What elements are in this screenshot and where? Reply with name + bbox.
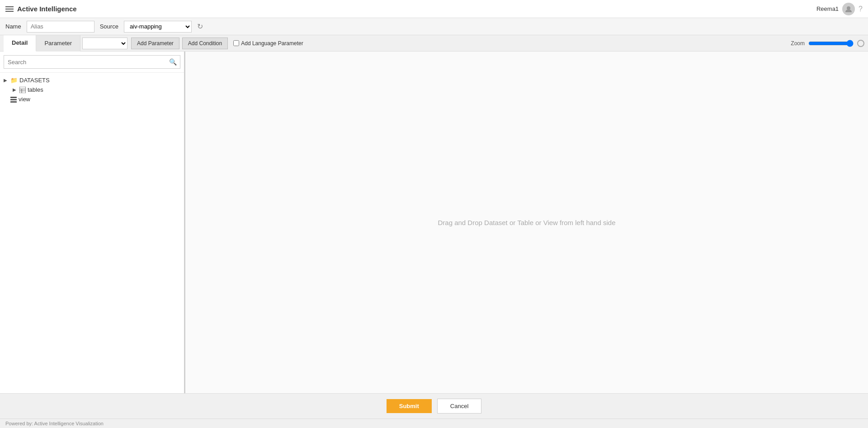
top-bar-right: Reema1 ?	[816, 3, 863, 15]
footer-text: Powered by: Active Intelligence Visualiz…	[5, 421, 104, 426]
tree-container: ▶ 📁 DATASETS ▶ tables	[0, 73, 184, 393]
tree-label-view: view	[19, 96, 30, 103]
search-box: 🔍	[0, 52, 184, 73]
submit-button[interactable]: Submit	[387, 399, 432, 413]
footer: Powered by: Active Intelligence Visualiz…	[0, 419, 868, 428]
lang-param-wrapper: Add Language Parameter	[233, 40, 303, 47]
tab-parameter[interactable]: Parameter	[36, 35, 80, 52]
tab-detail[interactable]: Detail	[4, 35, 36, 52]
table-icon-tables	[19, 86, 26, 93]
folder-icon-datasets: 📁	[10, 77, 18, 84]
top-bar-left: Active Intelligence	[5, 5, 77, 13]
source-select[interactable]: aiv-mapping default custom	[124, 21, 192, 33]
bottom-bar: Submit Cancel	[0, 393, 868, 419]
view-icon-view	[10, 96, 17, 103]
svg-rect-7	[10, 101, 17, 103]
search-input-wrapper: 🔍	[4, 55, 180, 69]
hamburger-icon[interactable]	[5, 6, 14, 12]
tree-label-datasets: DATASETS	[19, 77, 50, 84]
tree-item-datasets[interactable]: ▶ 📁 DATASETS	[4, 75, 180, 85]
tree-arrow-tables: ▶	[13, 87, 18, 92]
zoom-wrapper: Zoom	[791, 40, 864, 47]
refresh-icon[interactable]: ↻	[197, 22, 203, 31]
name-bar: Name Source aiv-mapping default custom ↻	[0, 18, 868, 35]
tree-item-view[interactable]: view	[4, 94, 180, 104]
tab-dropdown[interactable]	[82, 38, 127, 49]
search-input[interactable]	[4, 55, 180, 69]
help-icon[interactable]: ?	[859, 5, 863, 13]
tree-item-tables[interactable]: ▶ tables	[4, 85, 180, 94]
language-parameter-label: Add Language Parameter	[241, 40, 303, 47]
app-title: Active Intelligence	[17, 5, 77, 13]
svg-rect-1	[19, 87, 26, 93]
tab-bar: Detail Parameter Add Parameter Add Condi…	[0, 35, 868, 52]
language-parameter-checkbox[interactable]	[233, 40, 239, 46]
cancel-button[interactable]: Cancel	[437, 399, 481, 414]
zoom-slider[interactable]	[808, 40, 854, 47]
top-bar: Active Intelligence Reema1 ?	[0, 0, 868, 18]
zoom-circle-icon	[857, 40, 864, 47]
add-condition-button[interactable]: Add Condition	[182, 38, 228, 49]
drop-message: Drag and Drop Dataset or Table or View f…	[438, 219, 616, 226]
svg-rect-5	[10, 97, 17, 98]
tab-dropdown-wrapper	[82, 38, 127, 49]
add-parameter-button[interactable]: Add Parameter	[131, 38, 179, 49]
zoom-label: Zoom	[791, 40, 805, 47]
user-avatar[interactable]	[842, 3, 855, 15]
left-panel: 🔍 ▶ 📁 DATASETS ▶	[0, 52, 185, 393]
svg-rect-6	[10, 99, 17, 100]
tree-arrow-datasets: ▶	[4, 78, 9, 83]
user-name: Reema1	[816, 5, 839, 12]
search-icon: 🔍	[169, 58, 177, 66]
name-label: Name	[5, 23, 21, 30]
right-panel: Drag and Drop Dataset or Table or View f…	[185, 52, 868, 393]
main-content: 🔍 ▶ 📁 DATASETS ▶	[0, 52, 868, 393]
toolbar-buttons: Add Parameter Add Condition Add Language…	[131, 38, 303, 49]
name-input[interactable]	[27, 21, 94, 33]
tree-label-tables: tables	[28, 86, 43, 93]
svg-point-0	[847, 6, 850, 10]
source-label: Source	[100, 23, 118, 30]
